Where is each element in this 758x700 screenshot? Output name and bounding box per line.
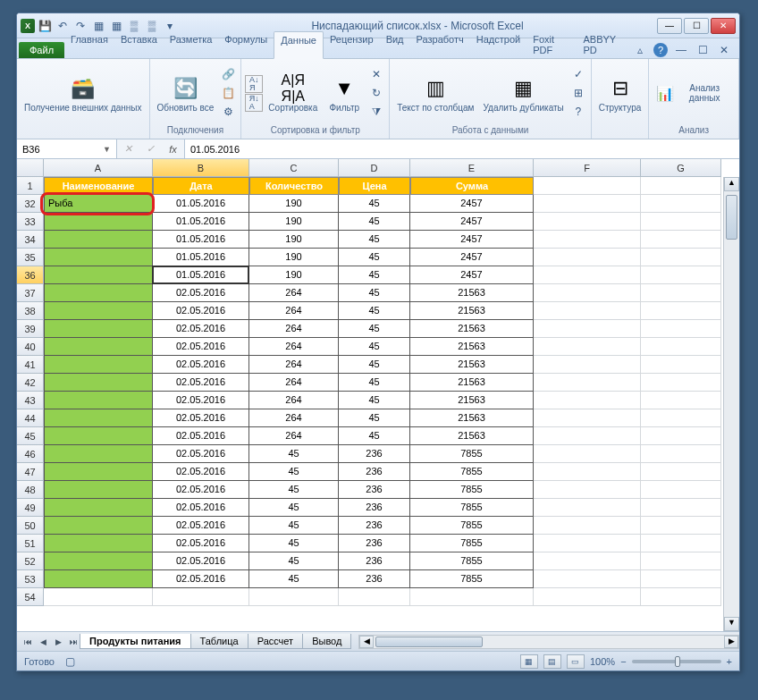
cell[interactable]: 45 xyxy=(339,266,410,284)
cell[interactable]: 02.05.2016 xyxy=(153,374,249,392)
cell[interactable] xyxy=(534,284,641,302)
cell[interactable]: 7855 xyxy=(410,552,534,570)
cell[interactable] xyxy=(641,517,721,535)
cell[interactable]: 236 xyxy=(339,517,410,535)
tab-формулы[interactable]: Формулы xyxy=(218,31,274,58)
cell[interactable] xyxy=(534,195,641,213)
cell[interactable] xyxy=(641,302,721,320)
sort-asc-icon[interactable]: А↓Я xyxy=(245,75,263,93)
cell[interactable] xyxy=(534,570,641,588)
column-header-D[interactable]: D xyxy=(339,159,410,177)
cell[interactable] xyxy=(534,588,641,606)
cell[interactable]: 45 xyxy=(339,409,410,427)
mdi-close[interactable]: ✕ xyxy=(716,42,732,58)
cell[interactable]: 45 xyxy=(249,481,339,499)
sheet-nav-next[interactable]: ▶ xyxy=(51,635,65,649)
cell[interactable]: 01.05.2016 xyxy=(153,213,249,231)
page-layout-view-icon[interactable]: ▤ xyxy=(543,654,561,669)
cell[interactable]: 7855 xyxy=(410,535,534,552)
reapply-icon[interactable]: ↻ xyxy=(367,84,385,102)
cell[interactable]: 21563 xyxy=(410,284,534,302)
cell[interactable] xyxy=(641,535,721,552)
file-tab[interactable]: Файл xyxy=(19,42,64,58)
cell[interactable]: 7855 xyxy=(410,499,534,517)
cell[interactable] xyxy=(641,338,721,356)
cell[interactable] xyxy=(410,588,534,606)
cancel-formula-icon[interactable]: ✕ xyxy=(117,139,139,158)
page-break-view-icon[interactable]: ▭ xyxy=(567,654,585,669)
cell[interactable]: 02.05.2016 xyxy=(153,320,249,338)
cell[interactable]: 264 xyxy=(249,427,339,445)
cell[interactable] xyxy=(44,499,153,517)
row-header-38[interactable]: 38 xyxy=(17,302,44,320)
header-cell[interactable]: Дата xyxy=(153,177,249,195)
row-header-42[interactable]: 42 xyxy=(17,374,44,392)
ribbon-minimize-icon[interactable]: ▵ xyxy=(632,42,648,58)
row-header-54[interactable]: 54 xyxy=(17,588,44,606)
cell[interactable] xyxy=(534,499,641,517)
cell[interactable]: 7855 xyxy=(410,517,534,535)
sheet-tab-3[interactable]: Вывод xyxy=(302,634,351,649)
cell[interactable] xyxy=(44,463,153,481)
cell[interactable]: 21563 xyxy=(410,338,534,356)
cell[interactable]: 02.05.2016 xyxy=(153,392,249,409)
cell[interactable]: 45 xyxy=(339,249,410,266)
cell[interactable]: 2457 xyxy=(410,195,534,213)
scroll-left-icon[interactable]: ◀ xyxy=(359,636,374,648)
cell[interactable]: 02.05.2016 xyxy=(153,409,249,427)
cell[interactable] xyxy=(641,463,721,481)
worksheet[interactable]: ABCDEFG 13233343536373839404142434445464… xyxy=(17,159,739,631)
row-header-51[interactable]: 51 xyxy=(17,535,44,552)
column-header-E[interactable]: E xyxy=(410,159,534,177)
cell[interactable]: 190 xyxy=(249,213,339,231)
cell[interactable]: 02.05.2016 xyxy=(153,481,249,499)
macro-record-icon[interactable]: ▢ xyxy=(62,653,80,670)
hscroll-thumb[interactable] xyxy=(375,637,483,647)
row-header-53[interactable]: 53 xyxy=(17,570,44,588)
header-cell[interactable]: Наименование xyxy=(44,177,153,195)
header-cell[interactable]: Количество xyxy=(249,177,339,195)
cell[interactable] xyxy=(534,552,641,570)
cell[interactable] xyxy=(534,213,641,231)
cell[interactable] xyxy=(641,445,721,463)
cell[interactable]: 45 xyxy=(249,570,339,588)
cell[interactable] xyxy=(641,213,721,231)
cell[interactable]: 45 xyxy=(339,338,410,356)
cell[interactable]: 45 xyxy=(249,535,339,552)
row-header-46[interactable]: 46 xyxy=(17,445,44,463)
edit-links-icon[interactable]: ⚙ xyxy=(219,103,237,121)
cell[interactable]: 02.05.2016 xyxy=(153,463,249,481)
text-to-columns-button[interactable]: ▥ Текст по столбцам xyxy=(393,72,477,114)
sheet-nav-prev[interactable]: ◀ xyxy=(36,635,50,649)
cell[interactable]: 21563 xyxy=(410,392,534,409)
cell[interactable] xyxy=(534,356,641,374)
column-header-F[interactable]: F xyxy=(534,159,641,177)
cell[interactable] xyxy=(641,374,721,392)
cell[interactable]: 02.05.2016 xyxy=(153,445,249,463)
fx-button[interactable]: fx xyxy=(162,139,185,158)
cell[interactable] xyxy=(641,320,721,338)
cell[interactable]: 45 xyxy=(339,374,410,392)
cell[interactable] xyxy=(44,302,153,320)
cell[interactable] xyxy=(153,588,249,606)
cell[interactable] xyxy=(534,392,641,409)
consolidate-icon[interactable]: ⊞ xyxy=(569,84,587,102)
cell[interactable]: 264 xyxy=(249,320,339,338)
cell[interactable]: 01.05.2016 xyxy=(153,195,249,213)
cell[interactable]: 02.05.2016 xyxy=(153,356,249,374)
cell[interactable] xyxy=(641,409,721,427)
cell[interactable] xyxy=(44,284,153,302)
cell[interactable]: 2457 xyxy=(410,266,534,284)
zoom-slider[interactable] xyxy=(632,660,721,663)
cell[interactable]: 236 xyxy=(339,481,410,499)
cell[interactable]: 264 xyxy=(249,302,339,320)
row-header-45[interactable]: 45 xyxy=(17,427,44,445)
cell[interactable] xyxy=(44,427,153,445)
cell[interactable] xyxy=(641,249,721,266)
cell[interactable]: 2457 xyxy=(410,249,534,266)
cell[interactable] xyxy=(44,356,153,374)
cell[interactable]: 236 xyxy=(339,535,410,552)
cell[interactable]: 02.05.2016 xyxy=(153,302,249,320)
cell[interactable] xyxy=(44,231,153,249)
close-button[interactable]: ✕ xyxy=(711,18,736,34)
